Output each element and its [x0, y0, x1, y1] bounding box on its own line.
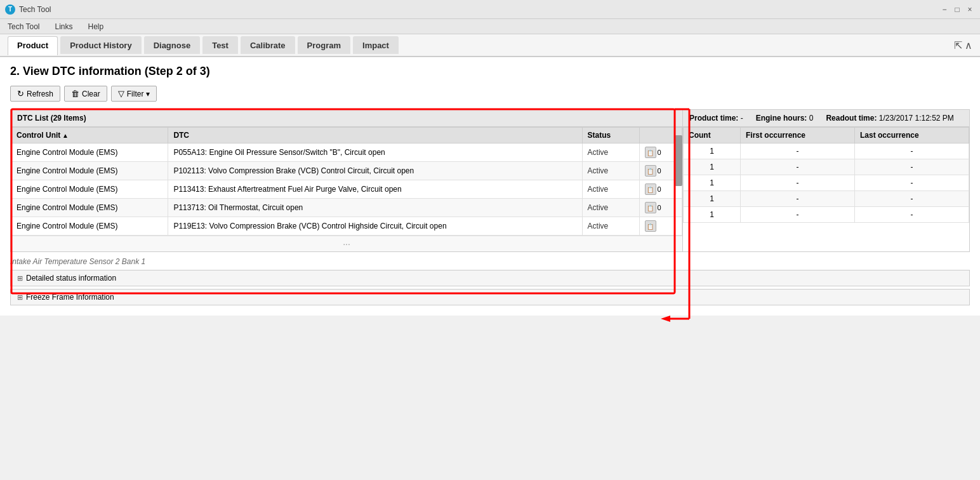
cell-first-occ: - — [741, 207, 855, 223]
cell-dtc: P113713: Oil Thermostat, Circuit open — [168, 199, 582, 217]
count-value: 0 — [658, 185, 661, 193]
tab-diagnose[interactable]: Diagnose — [144, 36, 201, 54]
refresh-icon: ↻ — [17, 89, 24, 98]
table-row[interactable]: Engine Control Module (EMS) P055A13: Eng… — [11, 143, 682, 162]
cell-icon: 📋 — [639, 217, 682, 236]
window-controls: − □ × — [939, 4, 975, 15]
menu-bar: Tech Tool Links Help — [0, 19, 980, 34]
expand-icon[interactable]: ⇱ — [954, 39, 962, 51]
cell-last-occ: - — [855, 191, 969, 207]
cell-first-occ: - — [741, 143, 855, 159]
app-title: Tech Tool — [19, 5, 51, 14]
cell-status: Active — [582, 143, 639, 162]
toolbar: ↻ Refresh 🗑 Clear ▽ Filter ▾ — [10, 86, 970, 102]
close-button[interactable]: × — [965, 4, 975, 15]
cell-first-occ: - — [741, 175, 855, 191]
col-last-occ: Last occurrence — [855, 128, 969, 143]
collapsible-detailed-label: Detailed status information — [26, 274, 116, 283]
cell-dtc: P102113: Volvo Compression Brake (VCB) C… — [168, 162, 582, 180]
page-title: 2. View DTC information (Step 2 of 3) — [10, 65, 970, 78]
count-value: 0 — [658, 149, 661, 156]
menu-links[interactable]: Links — [52, 21, 75, 32]
table-row[interactable]: 1 - - — [684, 207, 969, 223]
table-row[interactable]: Engine Control Module (EMS) P102113: Vol… — [11, 162, 682, 180]
table-row[interactable]: Engine Control Module (EMS) P113413: Exh… — [11, 180, 682, 199]
doc-icon: 📋 — [645, 147, 656, 158]
table-row[interactable]: 1 - - — [684, 175, 969, 191]
tab-test[interactable]: Test — [202, 36, 238, 54]
cell-count: 1 — [684, 159, 741, 175]
nav-tabs: Product Product History Diagnose Test Ca… — [0, 34, 980, 57]
table-row[interactable]: 1 - - — [684, 159, 969, 175]
col-dtc: DTC — [168, 128, 582, 143]
col-status: Status — [582, 128, 639, 143]
cell-last-occ: - — [855, 143, 969, 159]
cell-count: 1 — [684, 175, 741, 191]
expand-detailed-icon: ⊞ — [17, 274, 23, 283]
doc-icon: 📋 — [645, 220, 656, 232]
collapse-icon[interactable]: ∧ — [965, 39, 972, 51]
filter-label: Filter — [127, 90, 144, 98]
bottom-label: Intake Air Temperature Sensor 2 Bank 1 — [10, 257, 970, 266]
table-row[interactable]: Engine Control Module (EMS) P113713: Oil… — [11, 199, 682, 217]
clear-icon: 🗑 — [71, 89, 79, 98]
filter-icon: ▽ — [118, 89, 124, 98]
cell-dtc: P119E13: Volvo Compression Brake (VCB) C… — [168, 217, 582, 236]
cell-status: Active — [582, 162, 639, 180]
cell-control-unit: Engine Control Module (EMS) — [11, 162, 168, 180]
collapsible-detailed-status: ⊞ Detailed status information — [10, 270, 970, 286]
app-window: T Tech Tool − □ × Tech Tool Links Help P… — [0, 0, 980, 316]
cell-status: Active — [582, 199, 639, 217]
engine-hours-label: Engine hours: 0 — [756, 114, 814, 123]
minimize-button[interactable]: − — [939, 4, 950, 15]
filter-button[interactable]: ▽ Filter ▾ — [111, 86, 157, 102]
doc-icon: 📋 — [645, 183, 656, 195]
more-dots: ··· — [11, 236, 682, 251]
tab-product[interactable]: Product — [8, 36, 58, 55]
engine-hours-value: 0 — [809, 114, 814, 123]
cell-control-unit: Engine Control Module (EMS) — [11, 217, 168, 236]
menu-tech-tool[interactable]: Tech Tool — [5, 21, 42, 32]
collapsible-freeze-frame-header[interactable]: ⊞ Freeze Frame Information — [11, 290, 969, 305]
cell-control-unit: Engine Control Module (EMS) — [11, 180, 168, 199]
table-row[interactable]: 1 - - — [684, 143, 969, 159]
scroll-thumb[interactable] — [675, 135, 682, 186]
right-table: Count First occurrence Last occurrence 1… — [683, 127, 969, 223]
svg-marker-4 — [661, 316, 670, 322]
cell-status: Active — [582, 217, 639, 236]
collapsible-detailed-status-header[interactable]: ⊞ Detailed status information — [11, 270, 969, 286]
tab-program[interactable]: Program — [298, 36, 350, 54]
title-bar-left: T Tech Tool — [5, 4, 51, 15]
menu-help[interactable]: Help — [86, 21, 107, 32]
tab-impact[interactable]: Impact — [353, 36, 399, 54]
collapsible-freeze-frame: ⊞ Freeze Frame Information — [10, 289, 970, 305]
collapsible-freeze-label: Freeze Frame Information — [26, 293, 114, 302]
table-row[interactable]: Engine Control Module (EMS) P119E13: Vol… — [11, 217, 682, 236]
refresh-label: Refresh — [27, 90, 53, 98]
table-row[interactable]: 1 - - — [684, 191, 969, 207]
cell-first-occ: - — [741, 191, 855, 207]
bottom-section: Intake Air Temperature Sensor 2 Bank 1 ⊞… — [10, 257, 970, 305]
cell-last-occ: - — [855, 159, 969, 175]
nav-right-controls: ⇱ ∧ — [954, 39, 972, 51]
cell-last-occ: - — [855, 175, 969, 191]
cell-control-unit: Engine Control Module (EMS) — [11, 199, 168, 217]
dtc-panel: DTC List (29 Items) Control Unit DTC Sta… — [10, 109, 683, 252]
maximize-button[interactable]: □ — [952, 4, 962, 15]
cell-last-occ: - — [855, 207, 969, 223]
filter-dropdown-icon: ▾ — [146, 90, 150, 98]
col-first-occ: First occurrence — [741, 128, 855, 143]
refresh-button[interactable]: ↻ Refresh — [10, 86, 60, 102]
cell-status: Active — [582, 180, 639, 199]
cell-control-unit: Engine Control Module (EMS) — [11, 143, 168, 162]
cell-dtc: P055A13: Engine Oil Pressure Sensor/Swit… — [168, 143, 582, 162]
dtc-panel-header: DTC List (29 Items) — [11, 110, 682, 127]
tab-calibrate[interactable]: Calibrate — [241, 36, 295, 54]
col-control-unit[interactable]: Control Unit — [11, 128, 168, 143]
title-bar: T Tech Tool − □ × — [0, 0, 980, 19]
doc-icon: 📋 — [645, 165, 656, 177]
tab-product-history[interactable]: Product History — [60, 36, 142, 54]
cell-count: 1 — [684, 191, 741, 207]
clear-button[interactable]: 🗑 Clear — [64, 86, 107, 102]
right-panel: Product time: - Engine hours: 0 Readout … — [683, 109, 970, 252]
